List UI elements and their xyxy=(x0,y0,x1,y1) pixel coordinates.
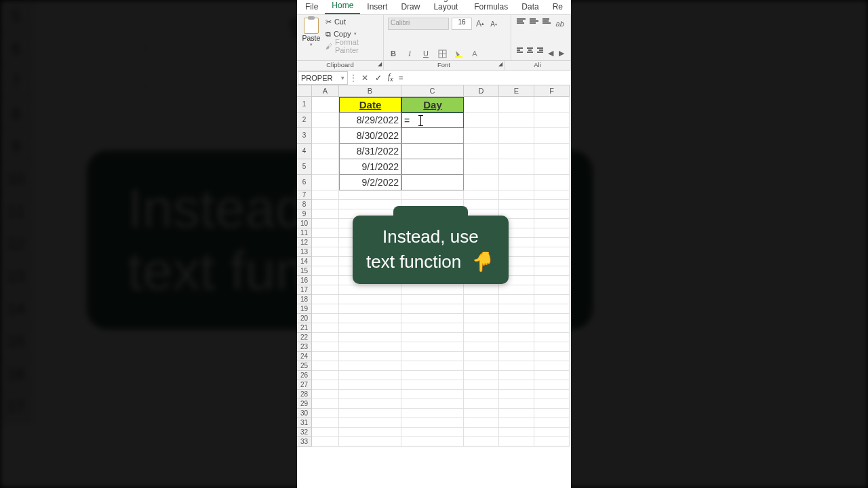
cell[interactable] xyxy=(312,361,339,371)
align-center-button[interactable] xyxy=(527,47,533,56)
cell[interactable] xyxy=(464,352,499,361)
cell[interactable] xyxy=(339,200,401,209)
cell[interactable] xyxy=(534,159,570,175)
cell[interactable] xyxy=(312,418,339,428)
cell[interactable] xyxy=(401,409,464,418)
cell[interactable] xyxy=(312,342,339,352)
active-cell-c2[interactable]: = xyxy=(401,113,464,128)
row-header[interactable]: 14 xyxy=(297,257,312,266)
row-header[interactable]: 19 xyxy=(297,304,312,314)
column-header-e[interactable]: E xyxy=(499,85,534,97)
cell[interactable] xyxy=(339,323,401,333)
cell[interactable] xyxy=(339,314,401,323)
cell[interactable] xyxy=(339,304,401,314)
fx-icon[interactable]: fx xyxy=(385,72,396,83)
cell[interactable] xyxy=(339,190,401,200)
cell[interactable] xyxy=(464,399,499,409)
cell[interactable] xyxy=(312,128,339,144)
cell[interactable] xyxy=(464,361,499,371)
cell-day[interactable] xyxy=(401,128,464,144)
cell[interactable] xyxy=(464,144,499,159)
cell[interactable] xyxy=(464,342,499,352)
cell[interactable] xyxy=(401,333,464,342)
cell[interactable] xyxy=(534,295,570,304)
header-date[interactable]: Date xyxy=(339,97,401,113)
orientation-button[interactable]: ab xyxy=(555,18,565,29)
cell[interactable] xyxy=(534,333,570,342)
row-header[interactable]: 28 xyxy=(297,390,312,399)
cell[interactable] xyxy=(499,200,534,209)
cell[interactable] xyxy=(464,97,499,113)
borders-button[interactable] xyxy=(437,48,448,59)
cell[interactable] xyxy=(534,380,570,390)
tab-review[interactable]: Re xyxy=(546,0,570,14)
cell[interactable] xyxy=(312,219,339,228)
row-header[interactable]: 20 xyxy=(297,314,312,323)
cell[interactable] xyxy=(499,352,534,361)
cell[interactable] xyxy=(312,304,339,314)
cell[interactable] xyxy=(464,304,499,314)
tab-file[interactable]: File xyxy=(298,0,325,14)
cell[interactable] xyxy=(464,418,499,428)
decrease-indent-button[interactable]: ◀ xyxy=(547,47,554,58)
row-header[interactable]: 29 xyxy=(297,399,312,409)
cell[interactable] xyxy=(464,428,499,437)
cell[interactable] xyxy=(534,437,570,447)
cell[interactable] xyxy=(312,295,339,304)
cell[interactable] xyxy=(312,437,339,447)
cell[interactable] xyxy=(534,342,570,352)
header-day[interactable]: Day xyxy=(401,97,464,113)
select-all-corner[interactable] xyxy=(297,85,312,97)
cell[interactable] xyxy=(499,342,534,352)
row-header[interactable]: 27 xyxy=(297,380,312,390)
cell[interactable] xyxy=(534,247,570,257)
cell[interactable] xyxy=(464,380,499,390)
cell[interactable] xyxy=(499,175,534,190)
cell[interactable] xyxy=(312,380,339,390)
cell[interactable] xyxy=(464,390,499,399)
decrease-font-button[interactable]: A▾ xyxy=(488,18,499,29)
dialog-launcher-icon[interactable]: ◢ xyxy=(498,61,502,67)
cell[interactable] xyxy=(312,238,339,247)
cell[interactable] xyxy=(534,238,570,247)
row-header[interactable]: 25 xyxy=(297,361,312,371)
align-left-button[interactable] xyxy=(517,47,523,56)
row-header[interactable]: 4 xyxy=(297,144,312,159)
cell[interactable] xyxy=(534,314,570,323)
cell[interactable] xyxy=(312,266,339,276)
cell[interactable] xyxy=(312,228,339,238)
cell[interactable] xyxy=(534,418,570,428)
row-header[interactable]: 10 xyxy=(297,219,312,228)
cell[interactable] xyxy=(339,352,401,361)
cell[interactable] xyxy=(312,209,339,219)
cell[interactable] xyxy=(401,295,464,304)
cell-day[interactable] xyxy=(401,144,464,159)
cell[interactable] xyxy=(499,285,534,295)
cell[interactable] xyxy=(464,437,499,447)
cell[interactable] xyxy=(339,399,401,409)
row-header[interactable]: 30 xyxy=(297,409,312,418)
cell[interactable] xyxy=(339,342,401,352)
cell[interactable] xyxy=(312,200,339,209)
cell[interactable] xyxy=(339,333,401,342)
cell[interactable] xyxy=(312,113,339,128)
tab-insert[interactable]: Insert xyxy=(360,0,394,14)
cut-button[interactable]: Cut xyxy=(326,16,380,27)
cell[interactable] xyxy=(312,144,339,159)
tab-draw[interactable]: Draw xyxy=(394,0,427,14)
align-right-button[interactable] xyxy=(537,47,543,56)
row-header[interactable]: 13 xyxy=(297,247,312,257)
cell[interactable] xyxy=(534,409,570,418)
cell[interactable] xyxy=(534,175,570,190)
paste-button[interactable]: Paste ▾ xyxy=(300,16,323,52)
cell[interactable] xyxy=(534,361,570,371)
underline-button[interactable]: U xyxy=(420,48,431,59)
cell[interactable] xyxy=(401,380,464,390)
cell[interactable] xyxy=(499,428,534,437)
cell[interactable] xyxy=(401,190,464,200)
cell[interactable] xyxy=(534,352,570,361)
column-header-d[interactable]: D xyxy=(464,85,499,97)
cell[interactable] xyxy=(534,276,570,285)
cell[interactable] xyxy=(312,333,339,342)
format-painter-button[interactable]: Format Painter xyxy=(326,41,380,52)
